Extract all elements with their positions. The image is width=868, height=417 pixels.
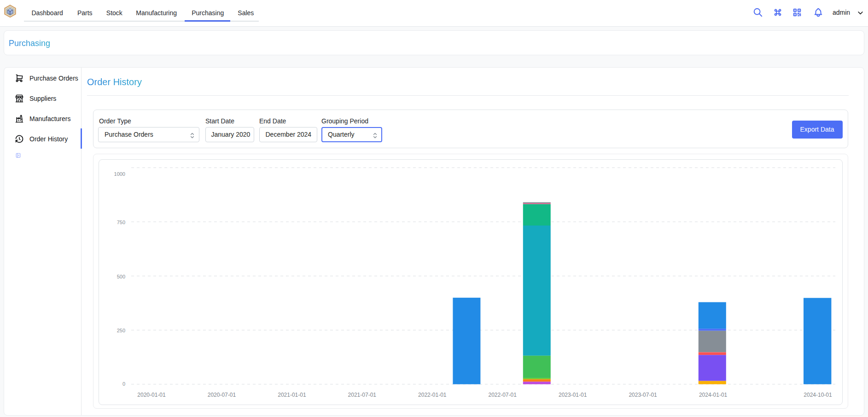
- svg-text:2022-01-01: 2022-01-01: [418, 392, 447, 398]
- svg-text:2022-07-01: 2022-07-01: [489, 392, 517, 398]
- svg-text:250: 250: [117, 328, 125, 333]
- svg-text:0: 0: [122, 381, 125, 387]
- svg-text:2021-07-01: 2021-07-01: [348, 392, 377, 398]
- svg-text:2020-07-01: 2020-07-01: [208, 392, 236, 398]
- svg-text:500: 500: [117, 274, 125, 279]
- svg-text:2023-01-01: 2023-01-01: [559, 392, 587, 398]
- svg-text:2020-01-01: 2020-01-01: [137, 392, 166, 398]
- svg-text:2021-01-01: 2021-01-01: [278, 392, 306, 398]
- svg-text:750: 750: [117, 220, 125, 225]
- svg-text:2024-10-01: 2024-10-01: [804, 392, 832, 398]
- svg-text:2024-01-01: 2024-01-01: [699, 392, 728, 398]
- svg-text:1000: 1000: [114, 171, 125, 177]
- svg-text:2023-07-01: 2023-07-01: [629, 392, 657, 398]
